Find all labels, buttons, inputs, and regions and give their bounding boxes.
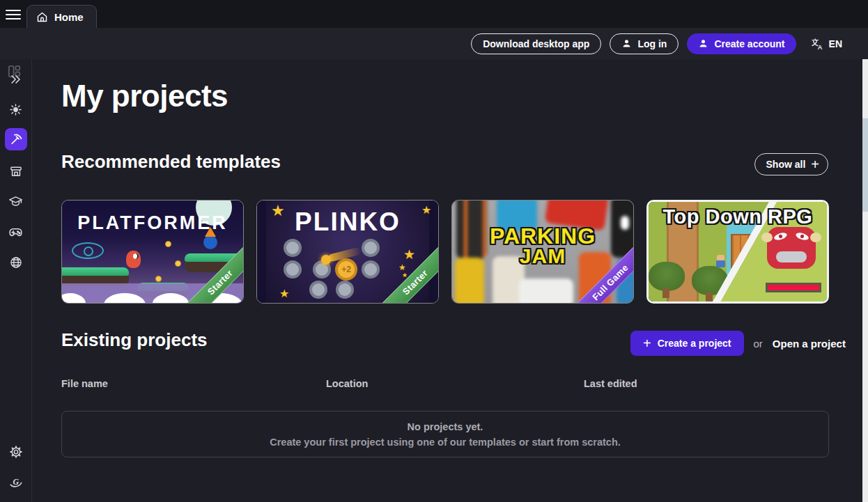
create-project-button[interactable]: + Create a project <box>630 331 744 356</box>
build-nav-active[interactable] <box>5 128 27 150</box>
community-globe-icon[interactable] <box>8 255 24 270</box>
show-all-button[interactable]: Show all + <box>754 153 828 175</box>
empty-state-title: No projects yet. <box>408 421 483 432</box>
scrollbar-thumb[interactable] <box>862 118 868 212</box>
tab-home[interactable]: Home <box>26 5 97 29</box>
tab-home-label: Home <box>54 11 84 23</box>
build-pickaxe-icon <box>9 132 23 146</box>
expand-icon[interactable] <box>8 72 24 87</box>
template-cards-row: PLATFORMER Starter +2 ★ ★ ★ <box>61 200 829 304</box>
vertical-scrollbar[interactable] <box>862 59 868 502</box>
play-gamepad-icon[interactable] <box>8 224 24 240</box>
card-art: Top Down RPG <box>649 202 827 301</box>
language-selector[interactable]: A EN <box>810 37 842 51</box>
plus-icon: + <box>811 157 819 171</box>
svg-text:G: G <box>13 477 19 487</box>
empty-projects-state: No projects yet. Create your first proje… <box>61 411 829 457</box>
user-icon <box>621 38 632 49</box>
template-card-plinko[interactable]: +2 ★ ★ ★ ★ ★ ★ PLINKO Starter <box>256 200 439 304</box>
templates-section-title: Recommended templates <box>61 151 281 173</box>
plus-icon: + <box>643 336 651 350</box>
enemy-decoration <box>203 235 217 249</box>
learn-icon[interactable] <box>8 194 24 209</box>
column-header-last-edited: Last edited <box>584 378 637 389</box>
template-card-top-down-rpg[interactable]: Top Down RPG <box>646 200 829 304</box>
card-title: PLATFORMER <box>62 212 243 234</box>
ball-decoration <box>321 255 331 265</box>
login-button[interactable]: Log in <box>610 33 679 54</box>
translate-icon: A <box>810 37 824 51</box>
main-content: My projects Recommended templates Show a… <box>32 59 868 502</box>
page-title: My projects <box>61 79 228 113</box>
health-bar-decoration <box>766 283 821 292</box>
template-card-platformer[interactable]: PLATFORMER Starter <box>61 200 244 304</box>
language-code: EN <box>829 38 842 49</box>
bonus-peg: +2 <box>335 258 357 281</box>
empty-state-subtitle: Create your first project using one of o… <box>270 437 621 448</box>
card-title: PLINKO <box>257 207 438 237</box>
open-project-link[interactable]: Open a project <box>773 338 846 350</box>
player-character-decoration <box>126 251 141 268</box>
tab-bar: Home <box>0 0 868 28</box>
boss-decoration <box>767 227 816 269</box>
download-desktop-app-button[interactable]: Download desktop app <box>471 33 601 54</box>
settings-gear-icon[interactable] <box>8 444 24 460</box>
or-text: or <box>754 338 763 350</box>
column-header-location: Location <box>326 378 368 389</box>
shop-icon[interactable] <box>8 164 24 179</box>
theme-sun-icon[interactable] <box>8 102 24 117</box>
home-icon <box>36 11 48 23</box>
projects-section-title: Existing projects <box>61 329 208 351</box>
column-header-file-name: File name <box>61 378 108 389</box>
create-account-button[interactable]: Create account <box>687 33 796 54</box>
card-title: Top Down RPG <box>649 205 827 228</box>
menu-icon[interactable] <box>6 10 21 19</box>
sidebar: G <box>0 59 32 502</box>
user-icon <box>698 38 708 49</box>
svg-text:A: A <box>817 43 822 50</box>
eye-decoration <box>72 242 104 259</box>
card-title: PARKING JAM <box>452 226 633 267</box>
gdevelop-logo-icon[interactable]: G <box>8 475 24 490</box>
template-card-parking-jam[interactable]: PARKING JAM Full Game <box>451 200 634 304</box>
toolbar: Download desktop app Log in Create accou… <box>0 28 868 59</box>
